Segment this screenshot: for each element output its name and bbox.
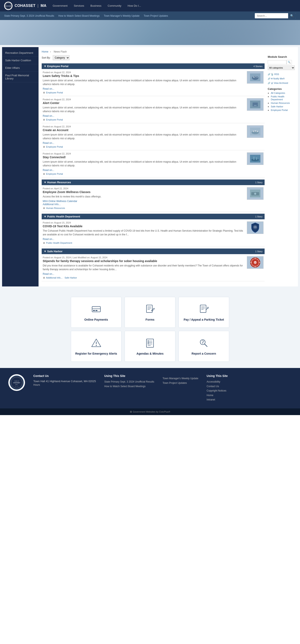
search-box: 🔍	[255, 13, 296, 18]
news-item-body: Access the link to review this month's c…	[43, 195, 245, 198]
news-item-date: Posted on: August 22, 2024	[43, 125, 245, 128]
footer-inner: TOWN OF COHASSET MASS. INC. 1770 Contact…	[8, 374, 292, 402]
sort-by-select[interactable]: Category Date Title	[53, 55, 70, 60]
report-icon	[198, 337, 210, 349]
footer-hours-link[interactable]: Hours	[33, 383, 96, 387]
sidebar-item-recreation[interactable]: Recreation Department	[2, 49, 38, 57]
footer-using-site-2: Town Manager's Weekly Update Town Projec…	[163, 374, 198, 385]
site-footer: TOWN OF COHASSET MASS. INC. 1770 Contact…	[0, 368, 300, 408]
news-item-tag: 🖥Human Resources	[43, 207, 245, 209]
svg-point-5	[253, 76, 255, 78]
read-more-link[interactable]: Read on...	[43, 87, 54, 90]
module-search-panel: Module Search 🔍 All categories 📡 RSS ✉ N	[268, 55, 295, 283]
tag-link[interactable]: Employee Portal	[46, 146, 63, 148]
categories-title: Categories	[268, 87, 295, 90]
footer-using-site-1-title: Using This Site	[104, 374, 154, 378]
cat-employee-portal[interactable]: Employee Portal	[271, 109, 288, 111]
cat-safe-harbor[interactable]: Safe Harbor	[271, 105, 283, 108]
archive-icon: 🖨	[271, 82, 273, 84]
footer-bottom: 🏛 Government Websites by CivicPlus®	[0, 408, 300, 415]
footer-link-contact-us[interactable]: Contact Us	[207, 384, 228, 389]
sidebar-item-library[interactable]: Paul Pratt Memorial Library	[2, 72, 38, 82]
tag-link[interactable]: Employee Portal	[46, 91, 63, 94]
module-search-button[interactable]: 🔍	[287, 60, 292, 64]
cat-human-resources[interactable]: Human Resources	[271, 102, 290, 104]
section-header-public-health[interactable]: ▼ Public Health Department 1 Story	[42, 214, 265, 219]
footer-link-town-manager[interactable]: Town Manager's Weekly Update	[163, 376, 198, 381]
nav-business[interactable]: Business	[90, 4, 101, 7]
svg-rect-18	[253, 157, 255, 160]
quick-link-forms[interactable]: Forms	[125, 297, 175, 328]
footer-seal: TOWN OF COHASSET MASS. INC. 1770	[8, 374, 25, 391]
tag-link[interactable]: Public Health Department	[46, 242, 72, 244]
civic-plus-link[interactable]: Government Websites by CivicPlus®	[133, 410, 170, 413]
quick-link-emergency-alerts[interactable]: Register for Emergency Alerts	[71, 331, 121, 362]
quick-link-report-concern[interactable]: Report a Concern	[179, 331, 229, 362]
quick-link-agendas[interactable]: Agendas & Minutes	[125, 331, 175, 362]
hero-house	[150, 20, 300, 45]
footer-link-state-primary[interactable]: State Primary Sept. 3 2024 Unofficial Re…	[104, 380, 154, 384]
site-logo[interactable]: COHASSET COHASSET | MA	[4, 2, 46, 10]
nav-services[interactable]: Services	[74, 4, 84, 7]
search-input[interactable]	[255, 13, 288, 18]
module-category-select[interactable]: All categories	[268, 66, 295, 70]
breadcrumb-home[interactable]: Home	[42, 50, 48, 53]
additional-info-link[interactable]: Additional Info...	[43, 203, 61, 206]
section-header-employee-portal[interactable]: ▼ Employee Portal 4 Stories	[42, 64, 265, 69]
footer-link-copyright[interactable]: Copyright Notices	[207, 388, 228, 393]
read-more-link[interactable]: Read on...	[43, 238, 54, 240]
section-header-safe-harbor[interactable]: ▼ Safe Harbor 1 Story	[42, 248, 265, 254]
news-item-tag: 🖥Employee Portal	[43, 146, 245, 148]
notify-icon: ✉	[271, 77, 273, 80]
svg-rect-10	[254, 105, 257, 106]
read-more-link[interactable]: Read on...	[43, 169, 54, 172]
sort-bar: Sort By: Category Date Title	[42, 55, 265, 60]
read-more-link[interactable]: Read on...	[43, 114, 54, 118]
news-item-date: Posted on: August 15, 2024 | Last Modifi…	[43, 256, 245, 259]
forms-label: Forms	[146, 318, 155, 321]
nav-government[interactable]: Government	[53, 4, 68, 7]
nav-community[interactable]: Community	[108, 4, 121, 7]
rss-link[interactable]: 📡 RSS	[268, 72, 295, 76]
alert-link-1[interactable]: State Primary Sept. 3 2024 Unofficial Re…	[4, 14, 54, 17]
tag-link[interactable]: Safe Harbor	[65, 276, 77, 279]
svg-rect-55	[148, 340, 149, 341]
sidebar-item-safe-harbor[interactable]: Safe Harbor Coalition	[2, 57, 38, 64]
news-item-tag: 🖥Employee Portal	[43, 91, 245, 94]
footer-contact: Contact Us Town Hall 41 Highland Avenue …	[33, 374, 96, 387]
news-item-title: Learn Safety Tricks & Tips	[43, 74, 245, 78]
view-archived-link[interactable]: 🖨 View Archived	[268, 81, 295, 85]
quick-link-online-payments[interactable]: Online Payments	[71, 297, 121, 328]
svg-rect-42	[200, 305, 206, 312]
alert-link-3[interactable]: Town Manager's Weekly Update	[104, 14, 140, 17]
notify-me-link[interactable]: ✉ Notify Me®	[268, 76, 295, 81]
footer-link-town-project[interactable]: Town Project Updates	[163, 381, 198, 386]
news-item-tag: 🖥Additional Info... Safe Harbor	[43, 276, 245, 279]
search-button[interactable]: 🔍	[288, 13, 296, 18]
tag-link[interactable]: Employee Portal	[46, 118, 63, 121]
news-item-content: Posted on: August 22, 2024 Learn Safety …	[43, 71, 245, 94]
nav-how-do-i[interactable]: How Do I...	[128, 4, 141, 7]
section-story-count: 4 Stories	[254, 65, 263, 68]
footer-link-watch-board[interactable]: How to Watch Select Board Meetings	[104, 384, 154, 389]
cat-public-health[interactable]: Public Health Department	[271, 95, 284, 101]
alert-link-4[interactable]: Town Project Updates	[144, 14, 168, 17]
tag-link[interactable]: Human Resources	[46, 207, 65, 209]
svg-rect-50	[146, 339, 154, 347]
footer-link-intranet[interactable]: Intranet	[207, 398, 228, 402]
additional-info-link[interactable]: Additional Info...	[46, 276, 62, 279]
cat-all[interactable]: All Categories	[271, 92, 285, 94]
alert-link-2[interactable]: How to Watch Select Board Meetings	[58, 14, 100, 17]
footer-link-accessibility[interactable]: Accessibility	[207, 380, 228, 384]
miia-link[interactable]: MIIA Online Wellness Calendar	[43, 200, 77, 203]
tag-link[interactable]: Employee Portal	[46, 172, 63, 175]
footer-link-home[interactable]: Home	[207, 393, 228, 398]
section-header-human-resources[interactable]: ▼ Human Resources 1 Story	[42, 180, 265, 185]
read-more-link[interactable]: Read on...	[43, 272, 54, 276]
read-more-link[interactable]: Read on...	[43, 142, 54, 144]
module-search-field[interactable]	[268, 60, 287, 64]
sidebar-item-elder-affairs[interactable]: Elder Affairs	[2, 64, 38, 72]
svg-rect-38	[146, 305, 152, 312]
svg-text:Health: Health	[254, 227, 257, 228]
quick-link-parking[interactable]: Pay / Appeal a Parking Ticket	[179, 297, 229, 328]
